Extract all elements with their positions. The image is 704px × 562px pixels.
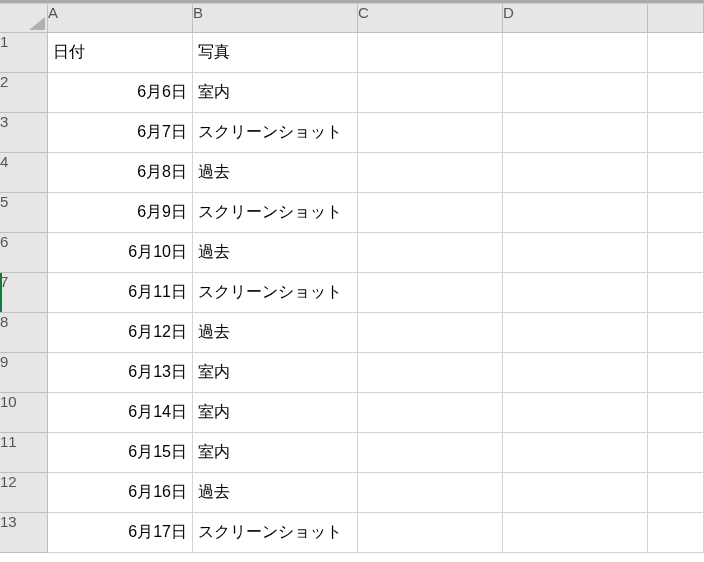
row-num: 1	[0, 33, 8, 50]
cell-B1[interactable]: 写真	[193, 33, 358, 73]
cell-E11-partial[interactable]	[648, 433, 704, 473]
cell-B8[interactable]: 過去	[193, 313, 358, 353]
cell-value: 6月14日	[128, 402, 187, 423]
cell-A5[interactable]: 6月9日	[48, 193, 193, 233]
cell-C1[interactable]	[358, 33, 503, 73]
cell-A6[interactable]: 6月10日	[48, 233, 193, 273]
row-header[interactable]: 5	[0, 193, 48, 233]
row-header[interactable]: 10	[0, 393, 48, 433]
cell-A10[interactable]: 6月14日	[48, 393, 193, 433]
cell-value: 6月9日	[137, 202, 187, 223]
cell-B9[interactable]: 室内	[193, 353, 358, 393]
row-header[interactable]: 9	[0, 353, 48, 393]
cell-C5[interactable]	[358, 193, 503, 233]
row-header[interactable]: 8	[0, 313, 48, 353]
row-header[interactable]: 4	[0, 153, 48, 193]
row-header[interactable]: 6	[0, 233, 48, 273]
col-label: D	[503, 4, 514, 21]
cell-A4[interactable]: 6月8日	[48, 153, 193, 193]
cell-D12[interactable]	[503, 473, 648, 513]
cell-value: 6月15日	[128, 442, 187, 463]
cell-C4[interactable]	[358, 153, 503, 193]
row-num: 3	[0, 113, 8, 130]
cell-B5[interactable]: スクリーンショット	[193, 193, 358, 233]
spreadsheet-grid[interactable]: A B C D 1 日付 写真 2 6月6日 室内 3 6月7日 スクリーンショ…	[0, 3, 704, 553]
cell-E4-partial[interactable]	[648, 153, 704, 193]
cell-E1-partial[interactable]	[648, 33, 704, 73]
cell-D1[interactable]	[503, 33, 648, 73]
cell-D4[interactable]	[503, 153, 648, 193]
cell-D8[interactable]	[503, 313, 648, 353]
cell-E7-partial[interactable]	[648, 273, 704, 313]
row-num: 9	[0, 353, 8, 370]
cell-C13[interactable]	[358, 513, 503, 553]
cell-A9[interactable]: 6月13日	[48, 353, 193, 393]
cell-E10-partial[interactable]	[648, 393, 704, 433]
cell-B12[interactable]: 過去	[193, 473, 358, 513]
cell-E13-partial[interactable]	[648, 513, 704, 553]
col-header-D[interactable]: D	[503, 4, 648, 33]
cell-C6[interactable]	[358, 233, 503, 273]
cell-C3[interactable]	[358, 113, 503, 153]
row-num: 5	[0, 193, 8, 210]
cell-B7[interactable]: スクリーンショット	[193, 273, 358, 313]
cell-E5-partial[interactable]	[648, 193, 704, 233]
cell-D10[interactable]	[503, 393, 648, 433]
cell-C8[interactable]	[358, 313, 503, 353]
row-header[interactable]: 3	[0, 113, 48, 153]
select-all-corner[interactable]	[0, 4, 48, 33]
col-header-B[interactable]: B	[193, 4, 358, 33]
cell-C12[interactable]	[358, 473, 503, 513]
cell-A8[interactable]: 6月12日	[48, 313, 193, 353]
cell-B10[interactable]: 室内	[193, 393, 358, 433]
cell-E2-partial[interactable]	[648, 73, 704, 113]
col-label: C	[358, 4, 369, 21]
cell-value: 過去	[198, 242, 230, 263]
cell-value: スクリーンショット	[198, 522, 342, 543]
cell-C7[interactable]	[358, 273, 503, 313]
cell-B6[interactable]: 過去	[193, 233, 358, 273]
cell-B2[interactable]: 室内	[193, 73, 358, 113]
cell-B3[interactable]: スクリーンショット	[193, 113, 358, 153]
row-header[interactable]: 13	[0, 513, 48, 553]
col-header-partial[interactable]	[648, 4, 704, 33]
cell-B13[interactable]: スクリーンショット	[193, 513, 358, 553]
cell-D11[interactable]	[503, 433, 648, 473]
cell-E8-partial[interactable]	[648, 313, 704, 353]
cell-A2[interactable]: 6月6日	[48, 73, 193, 113]
cell-D3[interactable]	[503, 113, 648, 153]
cell-C11[interactable]	[358, 433, 503, 473]
col-header-C[interactable]: C	[358, 4, 503, 33]
cell-D5[interactable]	[503, 193, 648, 233]
cell-E12-partial[interactable]	[648, 473, 704, 513]
cell-A3[interactable]: 6月7日	[48, 113, 193, 153]
cell-value: 室内	[198, 82, 230, 103]
cell-value: 日付	[53, 42, 85, 63]
cell-D2[interactable]	[503, 73, 648, 113]
cell-D6[interactable]	[503, 233, 648, 273]
cell-E3-partial[interactable]	[648, 113, 704, 153]
row-header[interactable]: 12	[0, 473, 48, 513]
cell-value: 室内	[198, 442, 230, 463]
row-header[interactable]: 2	[0, 73, 48, 113]
cell-A12[interactable]: 6月16日	[48, 473, 193, 513]
row-num: 6	[0, 233, 8, 250]
cell-A1[interactable]: 日付	[48, 33, 193, 73]
cell-D13[interactable]	[503, 513, 648, 553]
row-header[interactable]: 11	[0, 433, 48, 473]
cell-A11[interactable]: 6月15日	[48, 433, 193, 473]
row-header[interactable]: 1	[0, 33, 48, 73]
col-header-A[interactable]: A	[48, 4, 193, 33]
cell-B11[interactable]: 室内	[193, 433, 358, 473]
cell-A13[interactable]: 6月17日	[48, 513, 193, 553]
cell-C10[interactable]	[358, 393, 503, 433]
cell-D9[interactable]	[503, 353, 648, 393]
cell-E6-partial[interactable]	[648, 233, 704, 273]
cell-B4[interactable]: 過去	[193, 153, 358, 193]
row-header[interactable]: 7	[0, 273, 48, 313]
cell-E9-partial[interactable]	[648, 353, 704, 393]
cell-D7[interactable]	[503, 273, 648, 313]
cell-A7[interactable]: 6月11日	[48, 273, 193, 313]
cell-C9[interactable]	[358, 353, 503, 393]
cell-C2[interactable]	[358, 73, 503, 113]
